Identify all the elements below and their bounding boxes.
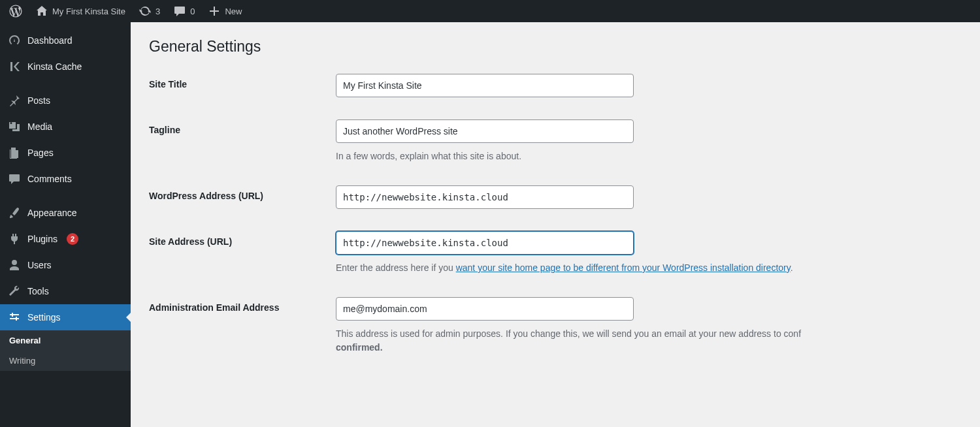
wp-url-label: WordPress Address (URL) <box>149 185 336 201</box>
site-url-description: Enter the address here if you want your … <box>336 261 962 275</box>
refresh-icon <box>139 5 152 18</box>
comments-icon <box>8 172 21 185</box>
sidebar-item-label: Tools <box>27 286 49 296</box>
plus-icon <box>208 5 221 18</box>
submenu-item-general[interactable]: General <box>0 330 131 351</box>
admin-email-description: This address is used for admin purposes.… <box>336 327 962 355</box>
site-url-input[interactable] <box>336 231 634 255</box>
sidebar-item-label: Settings <box>27 312 61 323</box>
sidebar-item-users[interactable]: Users <box>0 252 131 278</box>
settings-submenu: General Writing <box>0 330 131 371</box>
new-label: New <box>225 7 242 16</box>
wordpress-icon <box>9 5 22 18</box>
home-icon <box>35 5 48 18</box>
dashboard-icon <box>8 34 21 47</box>
sidebar-item-label: Plugins <box>27 234 57 244</box>
pushpin-icon <box>8 94 21 107</box>
admin-sidebar: Dashboard Kinsta Cache Posts Media Pages <box>0 22 131 427</box>
tagline-label: Tagline <box>149 119 336 135</box>
kinsta-icon <box>8 60 21 73</box>
sidebar-item-comments[interactable]: Comments <box>0 166 131 192</box>
updates-count: 3 <box>155 7 160 16</box>
sidebar-item-label: Posts <box>27 95 50 106</box>
site-title-input[interactable] <box>336 74 634 97</box>
row-tagline: Tagline In a few words, explain what thi… <box>149 119 962 163</box>
wrench-icon <box>8 285 21 298</box>
content-area: General Settings Site Title Tagline In a… <box>131 22 980 427</box>
sliders-icon <box>8 311 21 324</box>
site-name-label: My First Kinsta Site <box>52 7 125 16</box>
sidebar-item-label: Pages <box>27 148 54 158</box>
sidebar-item-appearance[interactable]: Appearance <box>0 200 131 226</box>
sidebar-separator <box>0 192 131 200</box>
comments-count: 0 <box>190 7 195 16</box>
sidebar-item-label: Dashboard <box>27 35 73 46</box>
sidebar-item-pages[interactable]: Pages <box>0 140 131 166</box>
site-url-label: Site Address (URL) <box>149 231 336 247</box>
sidebar-item-media[interactable]: Media <box>0 114 131 140</box>
admin-email-input[interactable] <box>336 297 634 321</box>
sidebar-item-posts[interactable]: Posts <box>0 87 131 114</box>
brush-icon <box>8 206 21 219</box>
updates-link[interactable]: 3 <box>133 0 165 22</box>
sidebar-item-label: Kinsta Cache <box>27 61 82 72</box>
tagline-input[interactable] <box>336 119 634 143</box>
page-title: General Settings <box>149 38 962 55</box>
wp-url-input[interactable] <box>336 185 634 209</box>
admin-email-label: Administration Email Address <box>149 297 336 313</box>
comments-link[interactable]: 0 <box>168 0 200 22</box>
sidebar-item-label: Comments <box>27 174 72 184</box>
site-home-link[interactable]: My First Kinsta Site <box>30 0 131 22</box>
new-content-link[interactable]: New <box>203 0 247 22</box>
sidebar-item-dashboard[interactable]: Dashboard <box>0 27 131 54</box>
user-icon <box>8 259 21 272</box>
sidebar-separator <box>0 80 131 87</box>
site-title-label: Site Title <box>149 74 336 89</box>
comment-icon <box>173 5 186 18</box>
plug-icon <box>8 232 21 245</box>
plugin-updates-badge: 2 <box>67 233 78 245</box>
row-site-url: Site Address (URL) Enter the address her… <box>149 231 962 275</box>
sidebar-item-settings[interactable]: Settings <box>0 304 131 330</box>
row-admin-email: Administration Email Address This addres… <box>149 297 962 355</box>
sidebar-item-tools[interactable]: Tools <box>0 278 131 304</box>
tagline-description: In a few words, explain what this site i… <box>336 150 962 163</box>
admin-bar: My First Kinsta Site 3 0 New <box>0 0 980 22</box>
wordpress-logo[interactable] <box>4 0 27 22</box>
submenu-item-writing[interactable]: Writing <box>0 351 131 371</box>
sidebar-item-kinsta-cache[interactable]: Kinsta Cache <box>0 54 131 80</box>
pages-icon <box>8 146 21 159</box>
row-site-title: Site Title <box>149 74 962 97</box>
sidebar-item-label: Media <box>27 121 52 132</box>
site-url-help-link[interactable]: want your site home page to be different… <box>456 262 791 273</box>
sidebar-item-plugins[interactable]: Plugins 2 <box>0 226 131 252</box>
sidebar-item-label: Appearance <box>27 208 77 218</box>
media-icon <box>8 120 21 133</box>
sidebar-item-label: Users <box>27 260 52 270</box>
row-wp-url: WordPress Address (URL) <box>149 185 962 209</box>
